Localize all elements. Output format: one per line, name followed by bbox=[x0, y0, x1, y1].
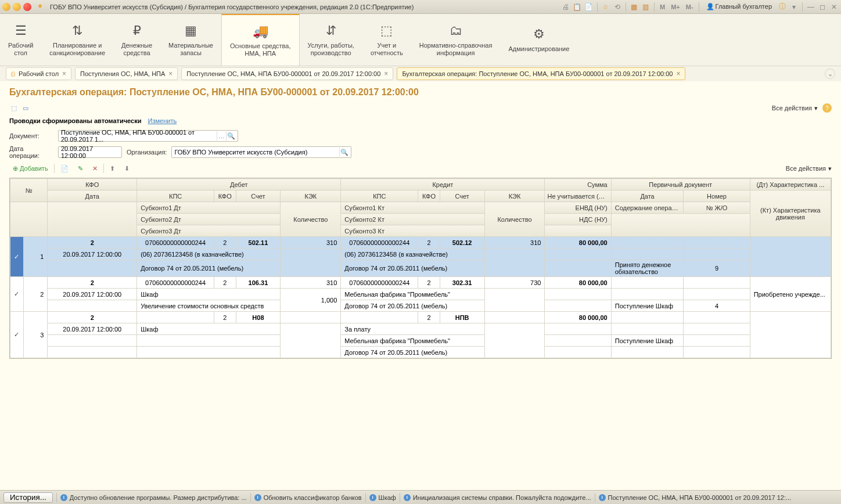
table-row[interactable]: 20.09.2017 12:00:00 Шкаф За плату bbox=[10, 323, 831, 335]
col-num[interactable]: № bbox=[10, 179, 48, 202]
row-marker[interactable]: ✓ bbox=[10, 237, 24, 277]
copy-icon[interactable]: 📄 bbox=[57, 163, 72, 174]
col-debet[interactable]: Дебет bbox=[137, 179, 341, 190]
row-marker[interactable]: ✓ bbox=[10, 277, 24, 312]
tool-icon-1[interactable]: ⬚ bbox=[9, 103, 19, 113]
dropdown-icon[interactable]: ▾ bbox=[789, 2, 799, 12]
table-row[interactable]: Мебельная фабрика "Проммебель" Поступлен… bbox=[10, 335, 831, 347]
col-sub1dt[interactable]: Субконто1 Дт bbox=[137, 202, 281, 214]
user-label[interactable]: 👤Главный бухгалтер bbox=[703, 3, 775, 10]
col-numzho[interactable]: № Ж/О bbox=[684, 202, 750, 214]
col-schet[interactable]: Счет bbox=[236, 190, 281, 202]
col-dtchar[interactable]: (Дт) Характеристика ... bbox=[750, 179, 831, 190]
search-icon[interactable]: 🔍 bbox=[226, 131, 235, 141]
nav-money[interactable]: ₽Денежныесредства bbox=[113, 14, 160, 66]
col-data2[interactable]: Дата bbox=[611, 190, 684, 202]
col-kredit[interactable]: Кредит bbox=[341, 179, 545, 190]
entries-grid[interactable]: № КФО Дебет Кредит Сумма Первичный докум… bbox=[9, 178, 832, 359]
col-neuchit[interactable]: Не учитывается (Н... bbox=[545, 190, 611, 202]
down-icon[interactable]: ⬇ bbox=[121, 163, 133, 174]
table-row[interactable]: 20.09.2017 12:00:00 Шкаф 1,000 Мебельная… bbox=[10, 289, 831, 300]
nav-reference[interactable]: 🗂Нормативно-справочнаяинформация bbox=[411, 14, 501, 66]
tab-close-icon[interactable]: × bbox=[384, 70, 388, 78]
nav-accounting[interactable]: ⬚Учет иотчетность bbox=[362, 14, 411, 66]
star-outline-icon[interactable]: ☆ bbox=[601, 2, 610, 12]
col-kfo2[interactable]: КФО bbox=[214, 190, 236, 202]
clipboard-icon[interactable]: 📋 bbox=[573, 2, 582, 12]
m-button[interactable]: M bbox=[658, 3, 667, 10]
nav-admin[interactable]: ⚙Администрирование bbox=[500, 14, 577, 66]
all-actions-button-2[interactable]: Все действия ▾ bbox=[786, 165, 832, 172]
col-sub1kt[interactable]: Субконто1 Кт bbox=[341, 202, 484, 214]
change-link[interactable]: Изменить bbox=[148, 117, 177, 124]
info-icon[interactable]: ⓘ bbox=[778, 2, 787, 12]
col-sub2dt[interactable]: Субконто2 Дт bbox=[137, 214, 281, 225]
ellipsis-icon[interactable]: … bbox=[217, 131, 226, 141]
delete-icon[interactable]: ✕ bbox=[89, 163, 101, 174]
tab-close-icon[interactable]: × bbox=[676, 70, 680, 78]
col-kek[interactable]: КЭК bbox=[281, 190, 341, 202]
tool-icon-2[interactable]: ▭ bbox=[21, 103, 30, 113]
help-icon[interactable]: ? bbox=[822, 103, 832, 113]
m-plus-button[interactable]: M+ bbox=[669, 3, 682, 10]
nav-planning[interactable]: ⇅Планирование исанкционирование bbox=[41, 14, 113, 66]
search-icon[interactable]: 🔍 bbox=[339, 147, 348, 157]
table-row[interactable]: 20.09.2017 12:00:00 (06) 20736123458 (в … bbox=[10, 249, 831, 260]
window-button[interactable] bbox=[2, 3, 10, 11]
col-qty[interactable]: Количество bbox=[281, 202, 341, 237]
status-item[interactable]: iИнициализация системы справки. Пожалуйс… bbox=[404, 494, 591, 501]
tab-receipts[interactable]: Поступления ОС, НМА, НПА× bbox=[75, 67, 178, 80]
history-button[interactable]: История... bbox=[3, 492, 53, 503]
status-item[interactable]: iДоступно обновление программы. Размер д… bbox=[60, 494, 247, 501]
tab-close-icon[interactable]: × bbox=[62, 70, 66, 78]
org-input[interactable]: ГОБУ ВПО Университет искусств (Субсидия)… bbox=[171, 146, 351, 158]
col-kfo2[interactable]: КФО bbox=[418, 190, 440, 202]
add-button[interactable]: ⊕ Добавить bbox=[9, 163, 52, 174]
col-primdoc[interactable]: Первичный документ bbox=[611, 179, 750, 190]
calendar-icon[interactable]: ▥ bbox=[641, 2, 650, 12]
table-row[interactable]: Увеличение стоимости основных средств До… bbox=[10, 300, 831, 312]
nav-services[interactable]: ⇵Услуги, работы,производство bbox=[300, 14, 362, 66]
all-actions-button[interactable]: Все действия ▾ bbox=[772, 105, 818, 112]
tab-accounting-op[interactable]: Бухгалтерская операция: Поступление ОС, … bbox=[397, 67, 685, 80]
nav-desktop[interactable]: ☰Рабочийстол bbox=[0, 14, 41, 66]
history-icon[interactable]: ⟲ bbox=[613, 2, 622, 12]
table-row[interactable]: ✓ 1 2 07060000000000244 2 502.11 310 070… bbox=[10, 237, 831, 249]
col-soderzh[interactable]: Содержание операции bbox=[611, 202, 684, 214]
col-schet[interactable]: Счет bbox=[440, 190, 484, 202]
maximize-icon[interactable]: ◻ bbox=[818, 2, 827, 12]
table-row[interactable]: ✓ 2 2 07060000000000244 2 106.31 310 070… bbox=[10, 277, 831, 289]
col-sub2kt[interactable]: Субконто2 Кт bbox=[341, 214, 484, 225]
close-icon[interactable]: ✕ bbox=[829, 2, 839, 12]
table-row[interactable]: ✓ 3 2 2 Н08 2 НПВ 80 000,00 bbox=[10, 312, 831, 323]
col-envd[interactable]: ЕНВД (НУ) bbox=[545, 202, 611, 214]
tab-desktop[interactable]: ⎙Рабочий стол× bbox=[6, 67, 71, 80]
nav-fixed-assets[interactable]: 🚚Основные средства,НМА, НПА bbox=[221, 14, 300, 66]
date-input[interactable]: 20.09.2017 12:00:00 bbox=[58, 146, 122, 158]
window-button[interactable] bbox=[13, 3, 21, 11]
print-icon[interactable]: 🖨 bbox=[561, 2, 570, 12]
col-nds[interactable]: НДС (НУ) bbox=[545, 214, 611, 225]
col-ktchar[interactable]: (Кт) Характеристика движения bbox=[750, 190, 831, 237]
col-kps[interactable]: КПС bbox=[341, 190, 418, 202]
col-kfo[interactable]: КФО bbox=[48, 179, 137, 190]
m-minus-button[interactable]: M- bbox=[684, 3, 695, 10]
tab-receipt-doc[interactable]: Поступление ОС, НМА, НПА БУ00-000001 от … bbox=[181, 67, 393, 80]
table-row[interactable]: Договор 74 от 20.05.2011 (мебель) bbox=[10, 347, 831, 358]
minimize-icon[interactable]: — bbox=[806, 2, 815, 12]
edit-icon[interactable]: ✎ bbox=[74, 163, 87, 174]
up-icon[interactable]: ⬆ bbox=[106, 163, 118, 174]
doc-icon[interactable]: 📄 bbox=[584, 2, 594, 12]
window-button[interactable] bbox=[23, 3, 31, 11]
col-date[interactable]: Дата bbox=[48, 190, 137, 202]
tab-close-icon[interactable]: × bbox=[168, 70, 172, 78]
col-kek[interactable]: КЭК bbox=[484, 190, 545, 202]
col-nomer[interactable]: Номер bbox=[684, 190, 750, 202]
status-item[interactable]: iШкаф bbox=[369, 494, 396, 501]
col-sum[interactable]: Сумма bbox=[545, 179, 611, 190]
status-item[interactable]: iПоступление ОС, НМА, НПА БУ00-000001 от… bbox=[599, 494, 792, 501]
tab-toggle-icon[interactable]: ⌄ bbox=[825, 69, 835, 79]
row-marker[interactable]: ✓ bbox=[10, 312, 24, 358]
col-sub3dt[interactable]: Субконто3 Дт bbox=[137, 225, 281, 237]
calc-icon[interactable]: ▦ bbox=[630, 2, 639, 12]
